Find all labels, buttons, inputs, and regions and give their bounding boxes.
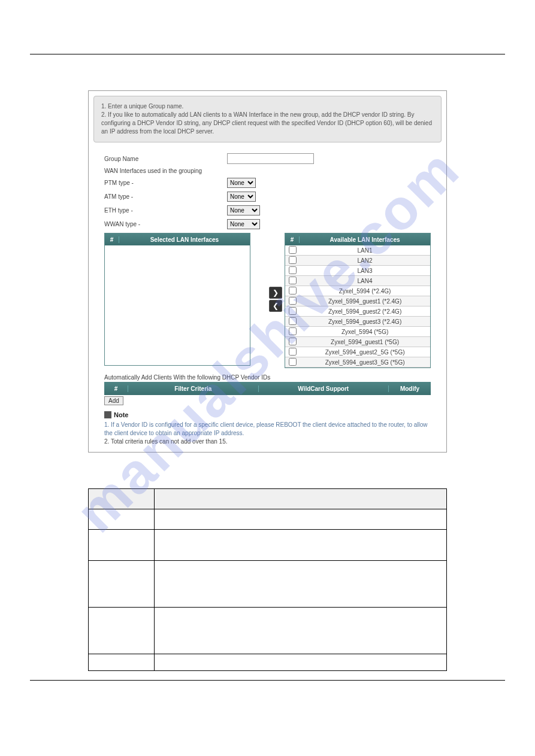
- item-checkbox[interactable]: [289, 256, 297, 264]
- footer-rule: [30, 680, 505, 681]
- list-item[interactable]: Zyxel_5994 (*5G): [285, 327, 430, 337]
- available-list: # Available LAN Interfaces LAN1 LAN2 LAN…: [285, 233, 431, 368]
- list-item[interactable]: Zyxel_5994_guest3_5G (*5G): [285, 357, 430, 368]
- table-header-row: [89, 489, 447, 509]
- note-body: 1. If a Vendor ID is configured for a sp…: [104, 421, 431, 446]
- info-box: 1. Enter a unique Group name. 2. If you …: [93, 96, 442, 142]
- list-item[interactable]: Zyxel_5994_guest2 (*2.4G): [285, 306, 430, 317]
- table-row: [89, 509, 447, 530]
- item-label: LAN2: [300, 257, 430, 264]
- note-title: Note: [114, 411, 128, 418]
- item-checkbox[interactable]: [289, 317, 297, 325]
- header-rule: [30, 54, 505, 54]
- item-label: Zyxel_5994_guest2 (*2.4G): [300, 308, 430, 315]
- description-table: [88, 488, 447, 671]
- ptm-row: PTM type - None: [104, 178, 431, 188]
- wwan-row: WWAN type - None: [104, 219, 431, 229]
- add-button[interactable]: Add: [104, 396, 123, 405]
- list-item[interactable]: Zyxel_5994_guest1 (*5G): [285, 337, 430, 347]
- wwan-select[interactable]: None: [227, 219, 260, 229]
- selected-num-header: #: [105, 236, 119, 243]
- item-checkbox[interactable]: [289, 287, 297, 294]
- available-num-header: #: [285, 236, 300, 243]
- cell-desc: [155, 654, 447, 671]
- criteria-num-header: #: [104, 385, 128, 392]
- item-label: LAN1: [300, 247, 430, 254]
- item-label: LAN3: [300, 268, 430, 274]
- item-label: Zyxel_5994_guest3_5G (*5G): [300, 359, 430, 366]
- criteria-header: # Filter Criteria WildCard Support Modif…: [104, 382, 431, 395]
- list-item[interactable]: Zyxel_5994_guest1 (*2.4G): [285, 296, 430, 306]
- cell-desc: [155, 561, 447, 608]
- wwan-label: WWAN type -: [104, 221, 227, 227]
- info-line2: 2. If you like to automatically add LAN …: [101, 111, 434, 136]
- eth-row: ETH type - None: [104, 205, 431, 215]
- item-checkbox[interactable]: [289, 307, 297, 315]
- item-checkbox[interactable]: [289, 246, 297, 254]
- list-item[interactable]: LAN4: [285, 276, 430, 286]
- move-right-button[interactable]: ❯: [269, 287, 282, 299]
- table-row: [89, 608, 447, 654]
- available-header: # Available LAN Interfaces: [285, 233, 430, 245]
- item-checkbox[interactable]: [289, 277, 297, 284]
- criteria-modify-header: Modify: [389, 385, 431, 392]
- transfer-buttons: ❯ ❮: [269, 233, 282, 312]
- selected-body: [105, 245, 250, 365]
- cell-desc: [155, 608, 447, 654]
- selected-header: # Selected LAN Interfaces: [105, 233, 250, 245]
- available-title: Available LAN Interfaces: [300, 236, 430, 243]
- group-name-label: Group Name: [104, 156, 227, 162]
- criteria-filter-header: Filter Criteria: [128, 385, 259, 392]
- table-row: [89, 561, 447, 608]
- list-item[interactable]: LAN3: [285, 266, 430, 276]
- move-left-button[interactable]: ❮: [269, 300, 282, 312]
- item-label: Zyxel_5994_guest3 (*2.4G): [300, 318, 430, 325]
- cell-label: [89, 530, 155, 561]
- available-body: LAN1 LAN2 LAN3 LAN4 Zyxel_5994 (*2.4G) Z…: [285, 245, 430, 368]
- description-table-wrap: [88, 488, 447, 671]
- label-header: [89, 489, 155, 509]
- cell-label: [89, 608, 155, 654]
- item-label: Zyxel_5994_guest1 (*5G): [300, 339, 430, 345]
- item-label: Zyxel_5994_guest2_5G (*5G): [300, 349, 430, 356]
- item-checkbox[interactable]: [289, 338, 297, 345]
- item-checkbox[interactable]: [289, 358, 297, 366]
- item-label: LAN4: [300, 278, 430, 284]
- list-item[interactable]: Zyxel_5994_guest3 (*2.4G): [285, 317, 430, 327]
- item-checkbox[interactable]: [289, 327, 297, 335]
- item-checkbox[interactable]: [289, 266, 297, 274]
- table-row: [89, 530, 447, 561]
- atm-select[interactable]: None: [227, 192, 256, 202]
- cell-label: [89, 654, 155, 671]
- list-item[interactable]: LAN2: [285, 256, 430, 266]
- note2-text: 2. Total criteria rules can not add over…: [104, 438, 431, 446]
- list-item[interactable]: Zyxel_5994 (*2.4G): [285, 286, 430, 296]
- note1-text: 1. If a Vendor ID is configured for a sp…: [104, 421, 431, 438]
- chevron-left-icon: ❮: [273, 302, 279, 310]
- cell-label: [89, 561, 155, 608]
- desc-header: [155, 489, 447, 509]
- criteria-wildcard-header: WildCard Support: [259, 385, 389, 392]
- item-label: Zyxel_5994_guest1 (*2.4G): [300, 298, 430, 305]
- cell-desc: [155, 509, 447, 530]
- selected-title: Selected LAN Interfaces: [119, 236, 250, 243]
- group-name-row: Group Name: [104, 153, 431, 164]
- item-checkbox[interactable]: [289, 297, 297, 305]
- eth-select[interactable]: None: [227, 205, 260, 215]
- config-screenshot: 1. Enter a unique Group name. 2. If you …: [88, 90, 447, 453]
- list-item[interactable]: Zyxel_5994_guest2_5G (*5G): [285, 347, 430, 357]
- auto-clients-text: Automatically Add Clients With the follo…: [104, 374, 431, 381]
- table-row: [89, 654, 447, 671]
- note-header: Note: [104, 411, 431, 418]
- ptm-select[interactable]: None: [227, 178, 256, 188]
- note-icon: [104, 411, 111, 418]
- item-checkbox[interactable]: [289, 348, 297, 356]
- atm-label: ATM type -: [104, 193, 227, 200]
- selected-list: # Selected LAN Interfaces: [104, 233, 250, 366]
- dual-list: # Selected LAN Interfaces ❯ ❮ # Availabl…: [104, 233, 431, 368]
- cell-label: [89, 509, 155, 530]
- form-area: Group Name WAN Interfaces used in the gr…: [89, 147, 446, 452]
- group-name-input[interactable]: [227, 153, 314, 164]
- chevron-right-icon: ❯: [273, 289, 279, 297]
- list-item[interactable]: LAN1: [285, 245, 430, 256]
